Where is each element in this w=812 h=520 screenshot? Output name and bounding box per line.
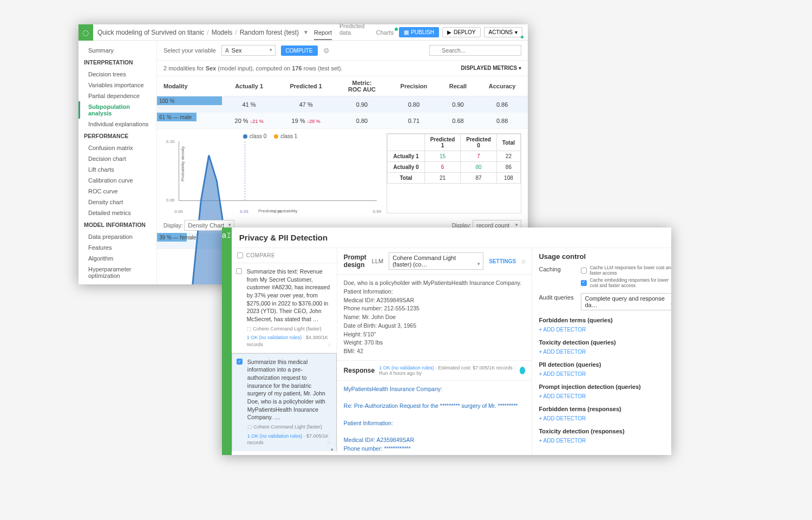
separator: / [207,29,208,36]
detector-section: Toxicity detection (queries)+ ADD DETECT… [539,339,671,355]
add-detector-button[interactable]: + ADD DETECTOR [539,349,671,355]
sidebar-header: PERFORMANCE [78,129,156,142]
sidebar-item[interactable]: Confusion matrix [78,142,156,153]
table-row[interactable]: 100 %41 %47 %0.900.800.900.86 [157,96,528,113]
detector-section: PII detection (queries)+ ADD DETECTOR [539,361,671,377]
column-header[interactable]: Precision [388,76,440,96]
legend-swatch-icon [274,134,278,139]
sidebar-item[interactable]: Variables importance [78,80,156,90]
sidebar-item[interactable]: Features [78,242,156,253]
llm-select[interactable]: Cohere Command Light (faster) (co… [389,252,483,270]
column-header[interactable]: Recall [440,76,476,96]
app-logo-icon: ◌ [78,24,93,41]
tab-report[interactable]: Report [314,26,332,40]
checkbox[interactable] [581,280,587,286]
tab-charts[interactable]: Charts [376,26,394,40]
sidebar-item[interactable]: Detailed metrics [78,207,156,218]
publish-button[interactable]: ▦ PUBLISH [399,27,439,37]
breadcrumb: Quick modeling of Survived on titanic / … [93,29,309,36]
star-icon[interactable]: ☆ [326,439,331,446]
legend-swatch-icon [243,134,247,139]
column-header[interactable]: Modality [157,76,222,96]
add-prompt-button[interactable]: + ADD PROMPT [232,451,337,455]
cache-option[interactable]: Cache embedding responses for lower cost… [581,277,671,288]
detector-section: Toxicity detection (responses)+ ADD DETE… [539,428,671,444]
cache-label: Caching [539,265,577,272]
top-bar: ◌ Quick modeling of Survived on titanic … [78,24,528,41]
variable-bar: Select your variable ASex COMPUTE ⚙ 🔍 [157,41,528,61]
column-header[interactable]: Metric:ROC AUC [336,76,388,96]
sidebar-item[interactable]: Decision chart [78,153,156,164]
displayed-metrics-button[interactable]: DISPLAYED METRICS ▾ [461,65,521,72]
column-header[interactable]: Actually 1 [222,76,276,96]
sidebar-item[interactable]: Subpopulation analysis [78,101,156,119]
sidebar-item[interactable]: Data preparation [78,231,156,242]
sidebar-item[interactable]: Hyperparameter optimization [78,264,156,281]
app-icon: a𝙸 [222,231,232,240]
avatar [520,367,526,374]
add-detector-button[interactable]: + ADD DETECTOR [539,393,671,399]
deploy-button[interactable]: ▶ DEPLOY [442,27,481,37]
sidebar-item[interactable]: Partial dependence [78,90,156,101]
sidebar-item[interactable]: Decision trees [78,69,156,80]
sidebar-item[interactable]: Density chart [78,197,156,207]
usage-column: Usage control Caching Cache LLM response… [532,248,671,455]
page-tabs: Report Predicted data Charts [309,24,399,40]
sidebar-item[interactable]: Calibration curve [78,175,156,186]
tag-icon[interactable]: ⌂ [521,257,525,265]
checkbox[interactable] [236,268,242,274]
sidebar-item[interactable]: Training information [78,281,156,284]
checkbox[interactable] [581,268,587,274]
gear-icon[interactable]: ⚙ [323,47,330,55]
metrics-table: ModalityActually 1Predicted 1Metric:ROC … [157,76,528,129]
settings-link[interactable]: SETTINGS [489,258,516,264]
actions-menu-button[interactable]: ACTIONS ▾ [484,27,522,37]
checkbox[interactable] [237,359,243,365]
detector-section: Forbidden terms (queries)+ ADD DETECTOR [539,317,671,333]
breadcrumb-item[interactable]: Models [212,29,233,36]
audit-label: Audit queries [539,293,577,301]
table-row[interactable]: 61 % — male20 %↓21 %19 %↓28 %0.800.710.6… [157,113,528,129]
add-detector-button[interactable]: + ADD DETECTOR [539,415,671,421]
sidebar-header: INTERPRETATION [78,56,156,69]
sidebar-item[interactable]: ROC curve [78,186,156,197]
description-bar: 2 modalities for Sex (model input), comp… [157,61,528,76]
search-input[interactable] [429,45,521,56]
chevron-down-icon[interactable]: ▼ [303,29,309,35]
add-detector-button[interactable]: + ADD DETECTOR [539,327,671,333]
compare-toggle[interactable]: COMPARE [232,248,337,263]
sidebar-item[interactable]: Summary [78,45,156,56]
tab-predicted-data[interactable]: Predicted data [339,20,369,40]
sidebar-item[interactable]: Lift charts [78,164,156,175]
compute-button[interactable]: COMPUTE [281,46,318,56]
response-header: Response 1 OK (no validation rules) · Es… [337,361,532,381]
breadcrumb-item[interactable]: Quick modeling of Survived on titanic [97,29,204,36]
add-detector-button[interactable]: + ADD DETECTOR [539,438,671,444]
prompt-item[interactable]: Summarize this text: Revenue from My Sec… [232,263,337,353]
chart-row: class 0 class 1 Probability density 6.20… [157,129,528,218]
column-header[interactable]: Accuracy [476,76,528,96]
checkbox[interactable] [237,252,243,258]
prompt-item[interactable]: Summarize this medical information into … [232,353,337,451]
detector-section: Forbidden terms (responses)+ ADD DETECTO… [539,406,671,421]
search-container: 🔍 [429,45,521,56]
add-detector-button[interactable]: + ADD DETECTOR [539,371,671,377]
prompt-design-header: Prompt design LLM Cohere Command Light (… [337,248,532,275]
sidebar-item[interactable]: Algorithm [78,253,156,264]
pii-window: a𝙸 Privacy & PII Detection COMPARE Summa… [222,227,671,455]
column-header[interactable]: Predicted 1 [276,76,336,96]
variable-select[interactable]: ASex [221,45,276,56]
sidebar-item[interactable]: Individual explanations [78,119,156,129]
density-chart: class 0 class 1 Probability density 6.20… [163,133,377,213]
audit-select[interactable]: Complete query and response da… [581,293,671,310]
star-icon[interactable]: ☆ [327,341,331,348]
detector-section: Prompt injection detection (queries)+ AD… [539,384,671,399]
variable-label: Select your variable [163,47,216,54]
sidebar-header: MODEL INFORMATION [78,218,156,231]
action-buttons: ▦ PUBLISH ▶ DEPLOY ACTIONS ▾ [399,27,528,37]
cache-option[interactable]: Cache LLM responses for lower cost and f… [581,265,671,276]
usage-title: Usage control [539,252,671,261]
response-body: MyPatientsHealth Insurance Company:Re: P… [337,381,532,455]
breadcrumb-item[interactable]: Random forest (test) [240,29,299,36]
prompt-body[interactable]: Doe, who is a policyholder with MyPatien… [337,275,532,361]
